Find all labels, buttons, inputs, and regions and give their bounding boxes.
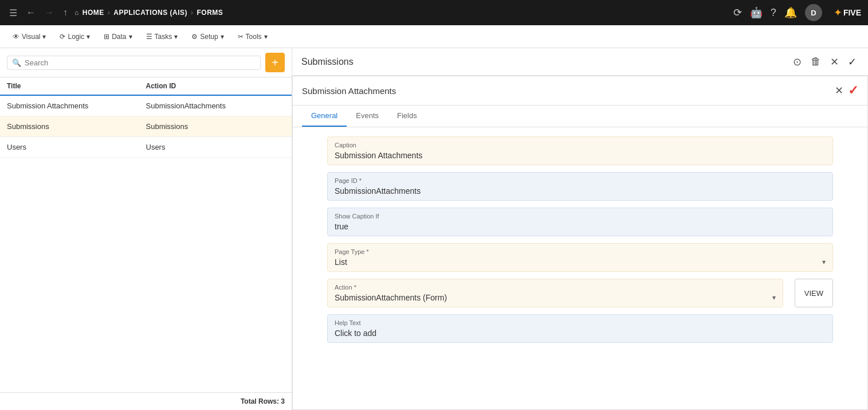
table-body: Submission Attachments SubmissionAttachm… [0,96,292,392]
breadcrumb-applications[interactable]: APPLICATIONS (AIS) [113,9,187,17]
table-row[interactable]: Users Users [0,137,292,158]
row-title: Submission Attachments [7,101,146,110]
nav-setup[interactable]: ⚙ Setup ▾ [186,29,229,44]
action-field-row: Action * SubmissionAttachments (Form) ▾ … [327,279,833,307]
nav-tools[interactable]: ✂ Tools ▾ [232,29,273,44]
table-row[interactable]: Submission Attachments SubmissionAttachm… [0,96,292,116]
delete-icon[interactable]: 🗑 [808,53,823,70]
submissions-header: Submissions ⊙ 🗑 ✕ ✓ [292,48,868,76]
five-logo: ✦ FIVE [834,6,861,19]
bot-icon[interactable]: 🤖 [750,6,763,19]
bell-icon[interactable]: 🔔 [784,6,797,19]
caption-field[interactable]: Caption Submission Attachments [327,136,833,165]
inner-close-icon[interactable]: ✕ [835,84,843,97]
nav-logic[interactable]: ⟳ Logic ▾ [54,29,96,44]
page-id-label: Page ID * [335,177,826,184]
tools-icon: ✂ [238,33,243,41]
user-avatar[interactable]: D [805,4,822,21]
inner-confirm-icon[interactable]: ✓ [848,83,858,98]
second-navigation: 👁 Visual ▾ ⟳ Logic ▾ ⊞ Data ▾ ☰ Tasks ▾ … [0,25,868,48]
tab-fields[interactable]: Fields [388,106,426,127]
breadcrumb-sep-1: › [108,9,111,17]
page-type-value: List [335,257,347,267]
gear-icon: ⚙ [191,33,198,41]
view-button[interactable]: VIEW [795,279,833,307]
breadcrumb-home[interactable]: HOME [83,9,104,17]
page-id-value: SubmissionAttachments [335,186,826,196]
breadcrumb-sep-2: › [191,9,194,17]
logic-icon: ⟳ [60,33,65,41]
menu-icon[interactable]: ☰ [7,5,19,21]
col-title-header: Title [7,82,146,90]
add-button[interactable]: + [265,53,285,72]
action-value: SubmissionAttachments (Form) [335,293,447,302]
caption-label: Caption [335,142,826,149]
up-icon[interactable]: ↑ [61,5,70,20]
visual-chevron-icon: ▾ [42,33,46,41]
page-type-dropdown-icon: ▾ [822,258,826,266]
row-action-id: Users [146,143,285,151]
tab-general[interactable]: General [302,106,347,127]
top-nav-actions: ⟳ 🤖 ? 🔔 D [733,4,822,21]
row-title: Submissions [7,122,146,131]
show-caption-value: true [335,222,826,231]
inner-panel: Submission Attachments ✕ ✓ General Event… [292,76,868,410]
form-content: Caption Submission Attachments Page ID *… [293,127,867,409]
search-box[interactable]: 🔍 [7,56,261,70]
caption-value: Submission Attachments [335,151,826,160]
forward-icon[interactable]: → [42,5,56,20]
help-text-value: Click to add [335,329,826,338]
setup-chevron-icon: ▾ [221,33,224,41]
search-icon: 🔍 [12,58,21,67]
help-text-field[interactable]: Help Text Click to add [327,314,833,343]
main-layout: 🔍 + Title Action ID Submission Attachmen… [0,48,868,410]
page-type-label: Page Type * [335,248,826,255]
col-action-header: Action ID [146,82,285,90]
nav-visual[interactable]: 👁 Visual ▾ [7,29,52,44]
left-toolbar: 🔍 + [0,48,292,77]
close-icon[interactable]: ✕ [828,53,841,71]
breadcrumb-forms[interactable]: FORMS [197,9,223,17]
data-chevron-icon: ▾ [129,33,132,41]
inner-panel-title: Submission Attachments [302,86,835,96]
refresh-icon[interactable]: ⟳ [733,6,742,19]
table-row[interactable]: Submissions Submissions [0,116,292,137]
show-caption-field[interactable]: Show Caption If true [327,208,833,236]
help-icon[interactable]: ? [771,7,776,19]
row-title: Users [7,143,146,151]
left-panel: 🔍 + Title Action ID Submission Attachmen… [0,48,292,410]
action-field[interactable]: Action * SubmissionAttachments (Form) ▾ [327,279,783,307]
page-type-row: List ▾ [335,257,826,267]
table-header: Title Action ID [0,77,292,96]
tasks-icon: ☰ [146,33,152,41]
page-id-field[interactable]: Page ID * SubmissionAttachments [327,172,833,201]
tabs: General Events Fields [293,106,867,127]
page-type-field[interactable]: Page Type * List ▾ [327,243,833,272]
logic-chevron-icon: ▾ [87,33,90,41]
action-dropdown-icon: ▾ [772,294,776,302]
history-icon[interactable]: ⊙ [791,53,804,71]
header-actions: ⊙ 🗑 ✕ ✓ [791,53,859,71]
right-panel: Submissions ⊙ 🗑 ✕ ✓ Submission Attachmen… [292,48,868,410]
search-input[interactable] [25,58,256,67]
submissions-title: Submissions [301,57,791,67]
row-action-id: SubmissionAttachments [146,101,285,110]
action-row: SubmissionAttachments (Form) ▾ [335,293,776,302]
tasks-chevron-icon: ▾ [174,33,178,41]
inner-panel-header: Submission Attachments ✕ ✓ [293,76,867,106]
eye-icon: 👁 [13,33,19,41]
tools-chevron-icon: ▾ [264,33,268,41]
tab-events[interactable]: Events [347,106,388,127]
back-icon[interactable]: ← [24,5,38,20]
table-icon: ⊞ [104,33,109,41]
action-label: Action * [335,284,776,291]
nav-tasks[interactable]: ☰ Tasks ▾ [140,29,184,44]
row-action-id: Submissions [146,122,285,131]
nav-data[interactable]: ⊞ Data ▾ [98,29,138,44]
top-navigation: ☰ ← → ↑ ⌂ HOME › APPLICATIONS (AIS) › FO… [0,0,868,25]
confirm-icon[interactable]: ✓ [846,53,859,71]
table-footer: Total Rows: 3 [0,392,292,410]
breadcrumb: ⌂ HOME › APPLICATIONS (AIS) › FORMS [74,9,223,17]
inner-panel-actions: ✕ ✓ [835,83,858,98]
show-caption-label: Show Caption If [335,213,826,220]
